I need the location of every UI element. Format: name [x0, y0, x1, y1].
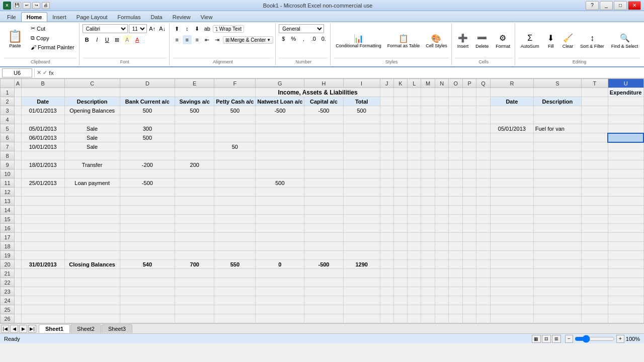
cell-c7[interactable]: Sale	[64, 142, 120, 151]
undo-btn[interactable]: ↩	[23, 2, 31, 9]
cell-d2[interactable]: Bank Current a/c	[120, 97, 175, 106]
cell-l10[interactable]	[408, 169, 421, 178]
cell-n20[interactable]	[435, 260, 448, 269]
cell-i2[interactable]: Total	[343, 97, 380, 106]
tab-view[interactable]: View	[196, 13, 218, 22]
cell-b5[interactable]: 05/01/2013	[21, 124, 64, 133]
cell-e8[interactable]	[175, 151, 214, 160]
cell-k6[interactable]	[393, 133, 407, 142]
tab-formulas[interactable]: Formulas	[113, 13, 146, 22]
cell-p6[interactable]	[462, 133, 476, 142]
cell-a1[interactable]	[15, 88, 22, 97]
row-num-7[interactable]: 7	[1, 142, 15, 151]
cell-t10[interactable]	[581, 169, 608, 178]
cell-p7[interactable]	[462, 142, 476, 151]
cell-b10[interactable]	[21, 169, 64, 178]
increase-indent-btn[interactable]: ⇥	[213, 35, 222, 44]
cell-f5[interactable]	[214, 124, 256, 133]
cell-n5[interactable]	[435, 124, 448, 133]
underline-btn[interactable]: U	[103, 35, 112, 44]
text-direction-btn[interactable]: ab	[203, 24, 212, 33]
col-header-r[interactable]: R	[490, 79, 533, 88]
cell-j11[interactable]	[380, 178, 393, 188]
col-header-u[interactable]: U	[608, 79, 643, 88]
cell-q3[interactable]	[476, 106, 491, 115]
sort-filter-btn[interactable]: ↕ Sort & Filter	[578, 32, 607, 50]
cell-c11[interactable]: Loan payment	[64, 178, 120, 188]
cell-a8[interactable]	[15, 151, 22, 160]
cell-o1[interactable]	[449, 88, 463, 97]
row-num-20[interactable]: 20	[1, 260, 15, 269]
cancel-formula-icon[interactable]: ✕	[37, 69, 41, 76]
cell-h7[interactable]	[304, 142, 343, 151]
cell-d1[interactable]	[120, 88, 175, 97]
cell-l20[interactable]	[408, 260, 421, 269]
cell-h6[interactable]	[304, 133, 343, 142]
cell-e9[interactable]: 200	[175, 160, 214, 169]
cell-k8[interactable]	[393, 151, 407, 160]
cell-b7[interactable]: 10/01/2013	[21, 142, 64, 151]
cell-n3[interactable]	[435, 106, 448, 115]
cell-d10[interactable]	[120, 169, 175, 178]
cell-a9[interactable]	[15, 160, 22, 169]
cell-c10[interactable]	[64, 169, 120, 178]
cell-d3[interactable]: 500	[120, 106, 175, 115]
cell-h11[interactable]	[304, 178, 343, 188]
cell-i9[interactable]	[343, 160, 380, 169]
cell-q8[interactable]	[476, 151, 491, 160]
insert-function-icon[interactable]: fx	[49, 70, 54, 76]
page-layout-view-btn[interactable]: ⊟	[542, 335, 551, 343]
cell-p9[interactable]	[462, 160, 476, 169]
cell-l9[interactable]	[408, 160, 421, 169]
cell-h8[interactable]	[304, 151, 343, 160]
cell-u3[interactable]	[608, 106, 643, 115]
col-header-g[interactable]: G	[256, 79, 304, 88]
cell-u1[interactable]: Expenditure	[608, 88, 643, 97]
cell-p8[interactable]	[462, 151, 476, 160]
cell-t1[interactable]	[581, 88, 608, 97]
cell-i8[interactable]	[343, 151, 380, 160]
cell-d4[interactable]	[120, 115, 175, 124]
cell-f3[interactable]: 500	[214, 106, 256, 115]
tab-review[interactable]: Review	[168, 13, 196, 22]
cell-a6[interactable]	[15, 133, 22, 142]
cell-s11[interactable]	[533, 178, 581, 188]
cell-n6[interactable]	[435, 133, 448, 142]
cell-u8[interactable]	[608, 151, 643, 160]
cell-q7[interactable]	[476, 142, 491, 151]
cell-j3[interactable]	[380, 106, 393, 115]
cell-i20[interactable]: 1290	[343, 260, 380, 269]
cell-u2[interactable]	[608, 97, 643, 106]
merge-center-btn[interactable]: ⊞ Merge & Center ▼	[223, 36, 274, 44]
cell-o6[interactable]	[449, 133, 463, 142]
name-box[interactable]: U6	[2, 68, 32, 77]
cell-p2[interactable]	[462, 97, 476, 106]
accounting-btn[interactable]: $	[279, 34, 288, 43]
cell-q2[interactable]	[476, 97, 491, 106]
cell-l8[interactable]	[408, 151, 421, 160]
cell-t4[interactable]	[581, 115, 608, 124]
cell-i7[interactable]	[343, 142, 380, 151]
cell-k1[interactable]	[393, 88, 407, 97]
cell-a4[interactable]	[15, 115, 22, 124]
cell-s4[interactable]	[533, 115, 581, 124]
cell-r2[interactable]: Date	[490, 97, 533, 106]
cell-j1[interactable]	[380, 88, 393, 97]
cell-h9[interactable]	[304, 160, 343, 169]
cell-q6[interactable]	[476, 133, 491, 142]
col-header-e[interactable]: E	[175, 79, 214, 88]
row-num-10[interactable]: 10	[1, 169, 15, 178]
cell-m1[interactable]	[421, 88, 435, 97]
cell-b8[interactable]	[21, 151, 64, 160]
cell-m8[interactable]	[421, 151, 435, 160]
tab-file[interactable]: File	[2, 13, 21, 22]
cell-o3[interactable]	[449, 106, 463, 115]
cell-i3[interactable]: 500	[343, 106, 380, 115]
row-num-8[interactable]: 8	[1, 151, 15, 160]
cell-q9[interactable]	[476, 160, 491, 169]
cell-e11[interactable]	[175, 178, 214, 188]
col-header-l[interactable]: L	[408, 79, 421, 88]
cell-e7[interactable]	[175, 142, 214, 151]
cell-j10[interactable]	[380, 169, 393, 178]
cell-e2[interactable]: Savings a/c	[175, 97, 214, 106]
